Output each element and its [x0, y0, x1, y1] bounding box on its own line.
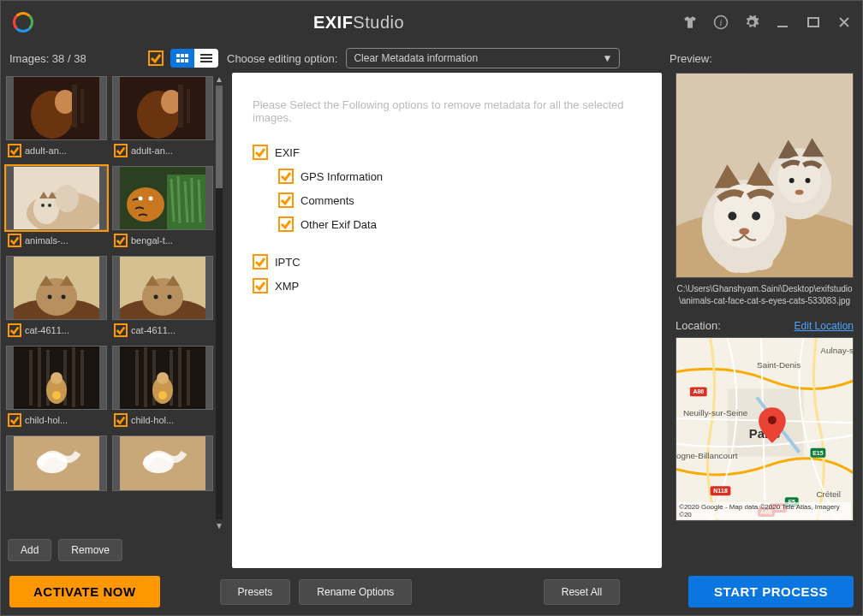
thumb-checkbox[interactable] [8, 144, 21, 157]
thumbnail-item[interactable]: child-hol... [112, 346, 213, 430]
svg-text:Créteil: Créteil [816, 489, 841, 499]
presets-button[interactable]: Presets [220, 579, 291, 605]
footer-bar: ACTIVATE NOW Presets Rename Options Rese… [1, 568, 862, 615]
thumb-checkbox[interactable] [8, 323, 21, 337]
svg-point-66 [752, 212, 760, 221]
thumb-name: bengal-t... [131, 235, 173, 246]
svg-text:Saint-Denis: Saint-Denis [757, 360, 801, 370]
body: adult-an... adult-an... animals-... beng… [1, 73, 862, 568]
thumbnail-item[interactable] [6, 435, 107, 491]
info-icon[interactable]: i [713, 15, 729, 30]
check-xmp[interactable]: XMP [253, 278, 641, 293]
thumb-name: child-hol... [131, 415, 174, 425]
start-process-button[interactable]: START PROCESS [688, 576, 854, 607]
thumb-name: cat-4611... [131, 325, 176, 335]
thumbnail-item[interactable]: child-hol... [6, 346, 107, 430]
preview-file-path: C:\Users\Ghanshyam.Saini\Desktop\exifstu… [676, 283, 854, 307]
add-button[interactable]: Add [8, 539, 51, 561]
svg-rect-21 [178, 85, 183, 127]
thumbnail-panel: adult-an... adult-an... animals-... beng… [1, 73, 227, 568]
app-title: EXIFStudio [35, 13, 682, 33]
svg-rect-7 [176, 59, 180, 62]
titlebar: EXIFStudio i [1, 1, 862, 44]
activate-button[interactable]: ACTIVATE NOW [9, 576, 160, 607]
svg-rect-16 [72, 85, 77, 127]
preview-image [676, 73, 854, 278]
check-exif[interactable]: EXIF [253, 145, 641, 160]
scroll-up-icon[interactable]: ▲ [215, 74, 223, 84]
thumb-checkbox[interactable] [114, 144, 128, 157]
thumbnail-item[interactable]: animals-... [6, 166, 107, 251]
image-count-label: Images: 38 / 38 [9, 52, 86, 65]
shirt-icon[interactable] [682, 15, 698, 30]
editing-option-dropdown[interactable]: Clear Metadata information ▼ [346, 48, 620, 68]
scroll-down-icon[interactable]: ▼ [215, 521, 223, 530]
svg-point-31 [127, 187, 164, 222]
svg-point-55 [143, 453, 174, 473]
thumbnail-item[interactable]: adult-an... [112, 76, 213, 161]
svg-point-50 [157, 372, 169, 384]
scroll-thumb[interactable] [216, 86, 223, 188]
svg-text:i: i [720, 18, 723, 27]
svg-point-37 [48, 295, 52, 299]
thumbnail-item[interactable]: bengal-t... [112, 166, 213, 251]
svg-point-61 [806, 178, 811, 183]
svg-rect-2 [777, 26, 788, 27]
svg-point-33 [149, 197, 153, 201]
rename-options-button[interactable]: Rename Options [299, 579, 412, 605]
close-icon[interactable] [836, 15, 852, 30]
thumbnail-item[interactable] [112, 435, 213, 491]
svg-point-27 [41, 204, 45, 207]
thumb-checkbox[interactable] [8, 234, 21, 247]
thumb-checkbox[interactable] [114, 323, 128, 337]
thumbnail-item[interactable]: cat-4611... [112, 256, 213, 341]
svg-text:Neuilly-sur-Seine: Neuilly-sur-Seine [683, 408, 748, 418]
svg-point-90 [768, 416, 777, 424]
check-comments[interactable]: Comments [253, 192, 641, 208]
svg-rect-17 [80, 89, 84, 123]
editing-option-label: Choose editing option: [227, 52, 337, 65]
thumbnail-item[interactable]: cat-4611... [6, 256, 107, 341]
svg-point-53 [37, 453, 68, 473]
chevron-down-icon: ▼ [602, 52, 612, 64]
svg-point-67 [739, 228, 749, 234]
svg-text:Aulnay-so: Aulnay-so [820, 346, 853, 355]
preview-panel: C:\Users\Ghanshyam.Saini\Desktop\exifstu… [667, 73, 862, 568]
location-label: Location: [676, 319, 721, 332]
grid-view-button[interactable] [170, 49, 194, 68]
check-other-exif[interactable]: Other Exif Data [253, 216, 641, 232]
editor-hint: Please Select the Following options to r… [253, 98, 641, 124]
svg-rect-11 [200, 57, 212, 59]
svg-text:E15: E15 [812, 450, 823, 456]
thumbnail-item[interactable]: adult-an... [6, 76, 107, 161]
thumb-checkbox[interactable] [8, 413, 21, 427]
edit-location-link[interactable]: Edit Location [795, 320, 854, 332]
remove-button[interactable]: Remove [58, 539, 122, 561]
thumb-checkbox[interactable] [114, 413, 128, 427]
thumbnail-grid: adult-an... adult-an... animals-... beng… [4, 73, 215, 532]
svg-rect-10 [200, 54, 212, 56]
reset-all-button[interactable]: Reset All [544, 579, 620, 605]
list-view-button[interactable] [194, 49, 218, 68]
thumb-name: adult-an... [25, 145, 67, 156]
svg-rect-9 [185, 59, 188, 62]
svg-rect-3 [808, 18, 818, 27]
thumb-name: adult-an... [131, 145, 173, 156]
svg-rect-8 [181, 59, 184, 62]
thumb-checkbox[interactable] [114, 234, 128, 247]
maximize-icon[interactable] [806, 15, 821, 30]
check-iptc[interactable]: IPTC [253, 254, 641, 270]
svg-point-28 [48, 204, 51, 207]
svg-text:N118: N118 [713, 488, 728, 494]
gear-icon[interactable] [744, 15, 759, 30]
map-preview[interactable]: Saint-Denis Aulnay-so Neuilly-sur-Seine … [676, 337, 854, 521]
thumb-name: animals-... [25, 235, 68, 246]
minimize-icon[interactable] [775, 15, 790, 30]
check-gps[interactable]: GPS Information [253, 169, 641, 184]
svg-point-68 [723, 256, 747, 273]
map-attribution: ©2020 Google - Map data ©2020 Tele Atlas… [678, 502, 851, 519]
thumbnail-scrollbar[interactable]: ▲ ▼ [215, 73, 223, 532]
select-all-checkbox[interactable] [148, 50, 164, 66]
svg-point-62 [795, 190, 804, 195]
thumb-name: child-hol... [25, 415, 68, 425]
